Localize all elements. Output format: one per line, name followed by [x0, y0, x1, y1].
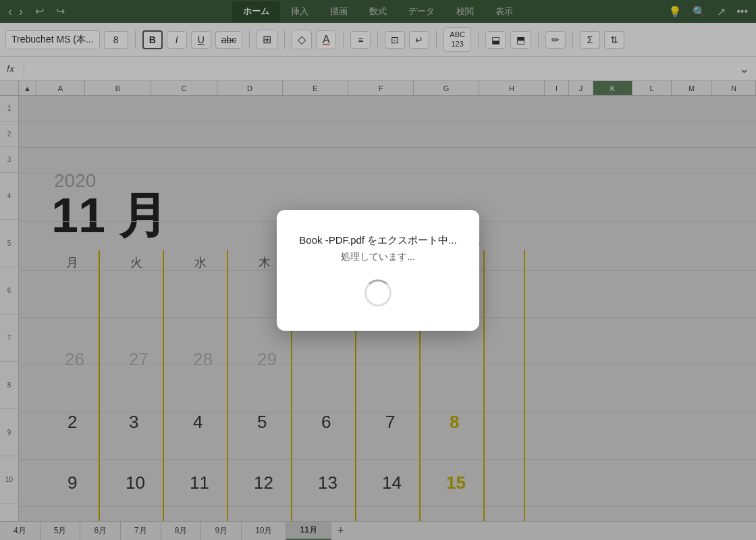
modal-dialog: Book -PDF.pdf をエクスポート中... 処理しています... [277, 210, 479, 331]
loading-spinner [364, 279, 392, 306]
spinner-ring [364, 279, 392, 306]
modal-subtitle: 処理しています... [297, 251, 459, 263]
modal-title: Book -PDF.pdf をエクスポート中... [297, 234, 459, 247]
modal-overlay: Book -PDF.pdf をエクスポート中... 処理しています... [0, 0, 756, 540]
